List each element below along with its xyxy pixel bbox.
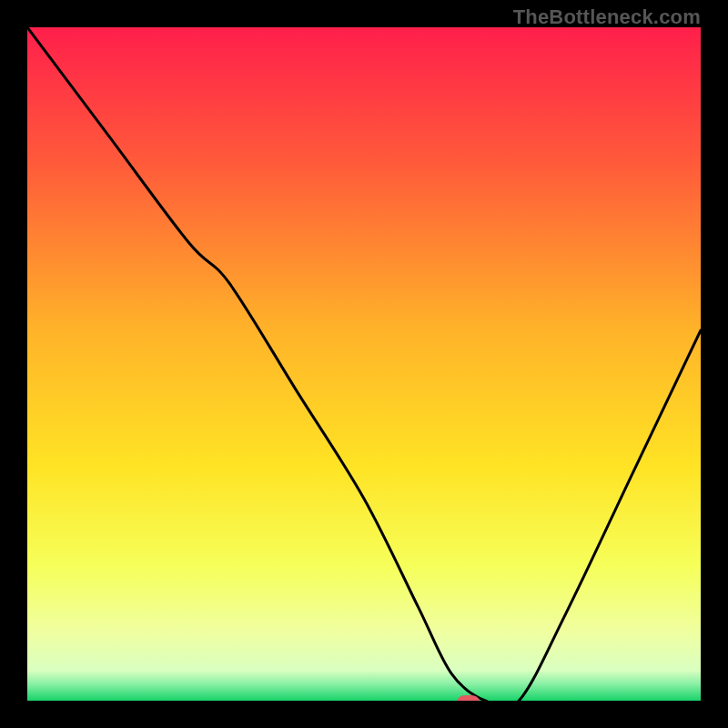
watermark-text: TheBottleneck.com — [513, 5, 701, 29]
chart-svg — [27, 27, 701, 701]
chart-frame: TheBottleneck.com — [0, 0, 728, 728]
gradient-background — [27, 27, 701, 701]
plot-area — [27, 27, 701, 701]
